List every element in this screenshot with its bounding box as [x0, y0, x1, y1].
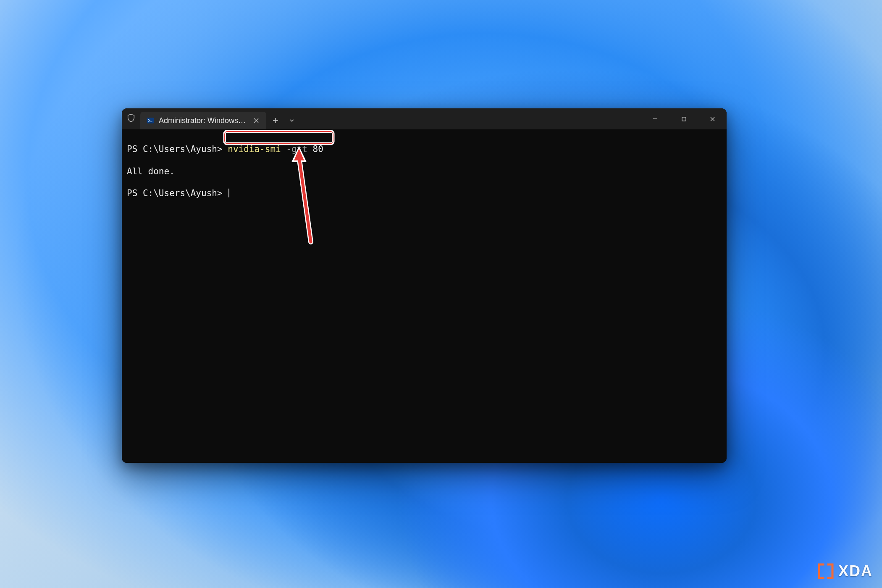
svg-rect-3: [682, 117, 686, 121]
xda-watermark: XDA: [816, 562, 873, 580]
xda-logo-text: XDA: [838, 562, 873, 580]
new-tab-button[interactable]: [266, 112, 285, 129]
terminal-window: Administrator: Windows Powe: [122, 108, 727, 463]
tab-dropdown-button[interactable]: [285, 112, 299, 129]
desktop-background: Administrator: Windows Powe: [0, 0, 882, 588]
minimize-button[interactable]: [641, 108, 669, 129]
tab-close-button[interactable]: [251, 116, 261, 126]
xda-logo-icon: [816, 562, 835, 580]
maximize-button[interactable]: [669, 108, 698, 129]
terminal-line: All done.: [127, 166, 722, 177]
window-titlebar[interactable]: Administrator: Windows Powe: [122, 108, 727, 129]
terminal-cursor: [228, 189, 229, 197]
command-arg: 80: [313, 144, 323, 154]
command-executable: nvidia-smi: [228, 144, 281, 154]
tab-title: Administrator: Windows Powe: [159, 116, 247, 125]
annotation-highlight-box: [224, 131, 334, 144]
powershell-icon: [146, 116, 155, 125]
terminal-line: PS C:\Users\Ayush>: [127, 188, 722, 199]
close-window-button[interactable]: [698, 108, 727, 129]
terminal-line: PS C:\Users\Ayush> nvidia-smi -gtt 80: [127, 144, 722, 155]
terminal-output[interactable]: PS C:\Users\Ayush> nvidia-smi -gtt 80 Al…: [122, 129, 727, 463]
uac-shield-icon: [122, 108, 140, 129]
svg-rect-0: [147, 118, 154, 123]
command-flag: -gtt: [286, 144, 307, 154]
tab-powershell[interactable]: Administrator: Windows Powe: [140, 112, 266, 129]
